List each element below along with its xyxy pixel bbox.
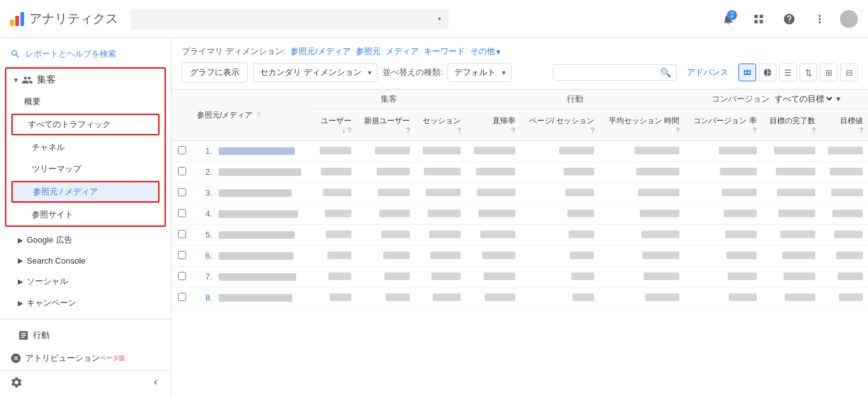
graph-button[interactable]: グラフに表示 [182, 62, 248, 83]
dim-medium-link[interactable]: メディア [386, 46, 419, 57]
row-checkbox[interactable] [178, 251, 186, 259]
view-compare-icon[interactable]: ⊞ [820, 64, 837, 81]
chevron-left-icon[interactable] [151, 377, 161, 387]
source-medium-value[interactable] [219, 294, 292, 302]
data-value-cell [383, 252, 410, 259]
view-pivot-icon[interactable]: ⊟ [840, 64, 858, 81]
th-conv-rate[interactable]: コンバージョン 率 ? [684, 109, 761, 141]
th-source-medium: 参照元/メディア ? [192, 90, 312, 141]
source-medium-value[interactable] [219, 147, 295, 155]
sidebar-acquisition-header[interactable]: ▾ 集客 [6, 69, 165, 91]
data-value-cell [836, 252, 863, 259]
th-users[interactable]: ユーザー ↓ ? [312, 109, 356, 141]
help-button[interactable] [779, 9, 799, 29]
sidebar-item-attribution[interactable]: アトリビューション ベータ版 [0, 346, 171, 370]
data-value-cell [482, 252, 515, 259]
logo-bar-red [15, 16, 19, 26]
th-new-users[interactable]: 新規ユーザー ? [356, 109, 416, 141]
table-search-icon[interactable]: 🔍 [660, 67, 671, 77]
data-value-cell [725, 231, 757, 238]
view-table-icon[interactable] [738, 64, 756, 81]
data-value-cell [323, 189, 351, 196]
view-pie-icon[interactable] [759, 64, 776, 81]
avatar[interactable] [840, 10, 858, 28]
secondary-dim-select[interactable]: セカンダリ ディメンション [253, 63, 377, 82]
th-sessions[interactable]: セッション ? [415, 109, 466, 141]
source-medium-value[interactable] [219, 189, 292, 197]
source-medium-value[interactable] [219, 168, 301, 176]
conversion-select[interactable]: すべての目標 [772, 93, 834, 104]
google-ads-arrow-icon: ▶ [18, 236, 23, 245]
row-number: 5. [197, 230, 215, 239]
sidebar-item-overview[interactable]: 概要 [6, 91, 165, 112]
th-bounce[interactable]: 直帰率 ? [466, 109, 520, 141]
sidebar-beta-label: ベータ版 [100, 354, 125, 363]
view-sort-icon[interactable]: ⇅ [799, 64, 817, 81]
table-row: 3. [172, 183, 868, 204]
th-source-help-icon[interactable]: ? [257, 111, 261, 119]
table-search-input[interactable] [559, 68, 660, 77]
view-list-icon[interactable]: ☰ [779, 64, 797, 81]
sidebar-divider [0, 319, 171, 320]
row-checkbox[interactable] [178, 293, 186, 301]
settings-icon[interactable] [10, 376, 23, 389]
row-number: 1. [197, 146, 215, 156]
row-checkbox[interactable] [178, 188, 186, 196]
logo-bar-yellow [10, 20, 14, 26]
row-checkbox[interactable] [178, 230, 186, 238]
th-goal-complete[interactable]: 目標の完了数 ? [762, 109, 821, 141]
row-checkbox[interactable] [178, 209, 186, 217]
sidebar: レポートとヘルプを検索 ▾ 集客 概要 すべてのトラフィック チャネル [0, 38, 172, 397]
help-icon [783, 13, 796, 25]
sort-select[interactable]: デフォルト [447, 63, 512, 82]
th-pages-session[interactable]: ページ/ セッション ? [520, 109, 600, 141]
sidebar-item-referral[interactable]: 参照サイト [6, 204, 165, 225]
data-value-cell [724, 210, 757, 217]
data-value-cell [837, 273, 863, 280]
sidebar-item-google-ads[interactable]: ▶ Google 広告 [0, 229, 171, 251]
header-search-bar[interactable]: ▾ [131, 9, 449, 29]
sidebar-search[interactable]: レポートとヘルプを検索 [0, 43, 171, 65]
sidebar-all-traffic[interactable]: すべてのトラフィック [13, 115, 158, 134]
dim-other-dropdown[interactable]: その他 ▾ [470, 46, 501, 57]
dim-source-link[interactable]: 参照元 [356, 46, 381, 57]
sidebar-item-treemap[interactable]: ツリーマップ [6, 158, 165, 180]
logo-bars [10, 12, 24, 26]
source-medium-value[interactable] [219, 231, 295, 239]
row-checkbox[interactable] [178, 146, 186, 154]
source-medium-value[interactable] [219, 273, 296, 281]
advance-button[interactable]: アドバンス [682, 67, 733, 78]
data-value-cell [729, 293, 757, 301]
sidebar-item-campaign[interactable]: ▶ キャンペーン [0, 292, 171, 314]
notification-button[interactable]: 2 [718, 9, 738, 29]
source-medium-value[interactable] [219, 210, 298, 218]
sidebar-item-search-console[interactable]: ▶ Search Console [0, 251, 171, 271]
sidebar-item-source-medium[interactable]: 参照元 / メディア [11, 181, 159, 203]
row-number: 8. [197, 293, 215, 302]
sidebar-campaign-label: キャンペーン [27, 297, 76, 309]
sidebar-search-console-label: Search Console [27, 256, 86, 266]
data-table-wrapper: 参照元/メディア ? 集客 行動 コンバージョン すべての目標 ▾ [172, 90, 868, 319]
sidebar-item-social[interactable]: ▶ ソーシャル [0, 271, 171, 292]
primary-dim-label: プライマリ ディメンション: [182, 46, 285, 57]
data-value-cell [430, 252, 461, 259]
data-value-cell [728, 273, 757, 280]
th-goal-value[interactable]: 目標値 ? [820, 109, 868, 141]
data-value-cell [726, 252, 757, 259]
row-checkbox[interactable] [178, 167, 186, 175]
data-value-cell [474, 147, 515, 154]
data-value-cell [570, 252, 594, 259]
dim-source-medium-link[interactable]: 参照元/メディア [290, 46, 351, 57]
source-medium-value[interactable] [219, 252, 294, 260]
row-checkbox[interactable] [178, 272, 186, 280]
sidebar-search-label[interactable]: レポートとヘルプを検索 [25, 48, 116, 60]
th-avg-session[interactable]: 平均セッション 時間 ? [599, 109, 684, 141]
sidebar-item-channel[interactable]: チャネル [6, 137, 165, 158]
header-search-input[interactable] [139, 14, 435, 24]
dim-keyword-link[interactable]: キーワード [424, 46, 465, 57]
more-button[interactable] [810, 9, 830, 29]
layout: レポートとヘルプを検索 ▾ 集客 概要 すべてのトラフィック チャネル [0, 38, 868, 397]
data-value-cell [638, 189, 679, 196]
sidebar-item-behavior[interactable]: 行動 [0, 325, 171, 346]
grid-icon-button[interactable] [749, 9, 769, 29]
